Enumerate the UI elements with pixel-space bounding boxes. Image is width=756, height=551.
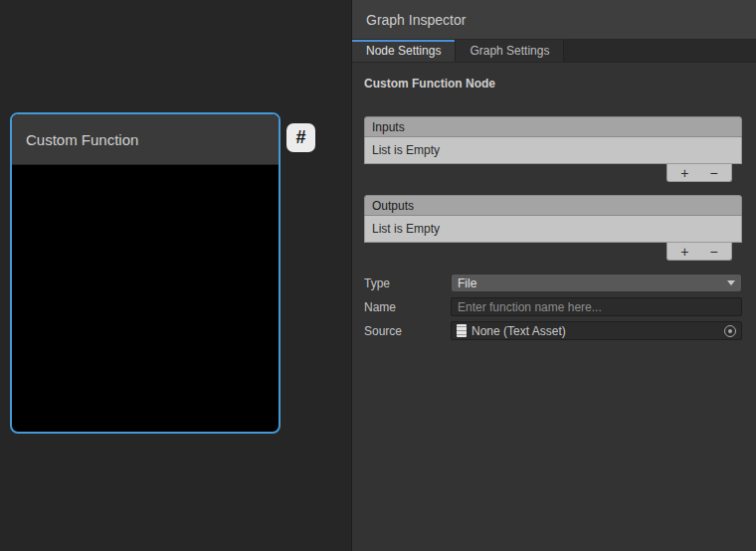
inputs-list-empty: List is Empty [364, 137, 742, 164]
outputs-list: Outputs List is Empty + − [364, 195, 742, 261]
source-object-field[interactable]: None (Text Asset) [451, 321, 742, 340]
graph-inspector-panel: Graph Inspector Node Settings Graph Sett… [351, 0, 756, 551]
inputs-remove-button[interactable]: − [702, 166, 726, 180]
inspector-title: Graph Inspector [366, 12, 466, 28]
name-label: Name [364, 300, 451, 314]
outputs-add-button[interactable]: + [672, 245, 696, 259]
node-header[interactable]: Custom Function [12, 114, 279, 165]
type-label: Type [364, 276, 451, 290]
source-label: Source [364, 324, 451, 338]
outputs-empty-label: List is Empty [372, 222, 440, 236]
inspector-content: Custom Function Node Inputs List is Empt… [352, 63, 756, 340]
outputs-list-footer: + − [666, 243, 732, 261]
node-title: Custom Function [26, 131, 138, 148]
hash-icon: # [295, 127, 305, 148]
tab-node-settings[interactable]: Node Settings [352, 40, 456, 62]
inputs-list-footer-row: + − [364, 164, 742, 182]
outputs-remove-button[interactable]: − [702, 245, 726, 259]
type-field-row: Type File [364, 274, 742, 292]
text-asset-icon [457, 324, 467, 337]
outputs-list-header: Outputs [364, 195, 742, 216]
inputs-empty-label: List is Empty [372, 143, 440, 157]
tab-graph-settings-label: Graph Settings [470, 44, 549, 58]
source-field-row: Source None (Text Asset) [364, 321, 742, 340]
custom-function-node[interactable]: Custom Function [10, 112, 281, 434]
source-object-value: None (Text Asset) [472, 324, 724, 338]
inputs-add-button[interactable]: + [672, 166, 696, 180]
precision-badge[interactable]: # [286, 123, 315, 152]
outputs-list-footer-row: + − [364, 243, 742, 261]
inspector-tab-bar: Node Settings Graph Settings [352, 40, 756, 63]
chevron-down-icon [727, 280, 735, 285]
outputs-list-empty: List is Empty [364, 216, 742, 243]
inputs-list-title: Inputs [372, 120, 405, 134]
inputs-list-header: Inputs [364, 116, 742, 137]
section-title: Custom Function Node [364, 77, 742, 91]
type-dropdown[interactable]: File [451, 274, 742, 292]
inspector-header: Graph Inspector [352, 0, 756, 40]
tab-graph-settings[interactable]: Graph Settings [456, 40, 564, 62]
name-field-row: Name [364, 297, 742, 316]
tab-node-settings-label: Node Settings [366, 44, 441, 58]
type-dropdown-value: File [458, 276, 727, 290]
outputs-list-title: Outputs [372, 199, 414, 213]
inputs-list-footer: + − [666, 164, 732, 182]
object-picker-icon[interactable] [724, 325, 736, 337]
inputs-list: Inputs List is Empty + − [364, 116, 742, 182]
function-name-input[interactable] [451, 297, 742, 316]
